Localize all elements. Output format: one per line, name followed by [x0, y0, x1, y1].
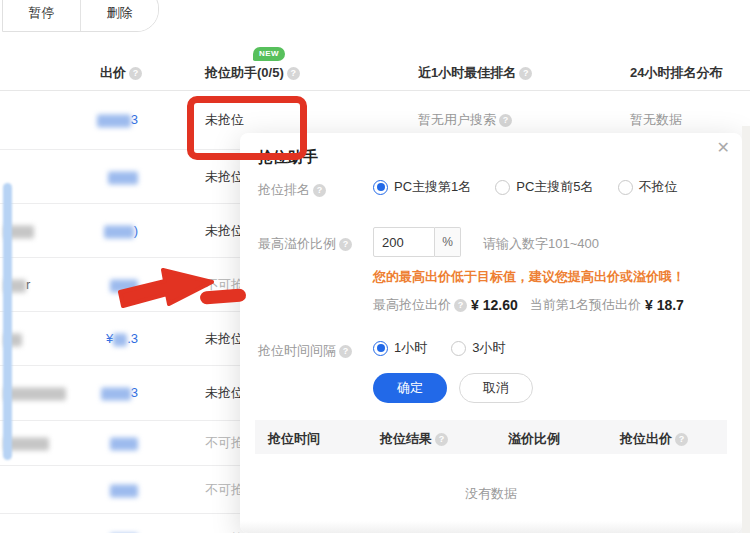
max-bid-value: ¥ 12.60 [471, 297, 518, 313]
rank-field-label-text: 抢位排名 [258, 182, 310, 197]
close-icon[interactable]: ✕ [717, 140, 730, 156]
rank-option-0[interactable]: PC主搜第1名 [373, 178, 471, 196]
bid-cell: ¥.3 [55, 331, 138, 346]
interval-field-label: 抢位时间间隔? [258, 342, 352, 360]
help-icon[interactable]: ? [339, 238, 352, 251]
redacted-bid [104, 225, 134, 238]
bid-warning-text: 您的最高出价低于目标值，建议您提高出价或溢价哦！ [373, 268, 685, 286]
help-icon[interactable]: ? [129, 67, 142, 80]
help-icon[interactable]: ? [339, 345, 352, 358]
bid-prefix: ¥ [106, 331, 113, 346]
bid-suffix: ) [134, 223, 138, 238]
toolbar: 暂停 删除 [2, 0, 159, 32]
history-column-2: 溢价比例 [508, 430, 560, 448]
grab-assistant-dialog: 抢位助手 ✕ 抢位排名? PC主搜第1名PC主搜前5名不抢位 最高溢价比例? %… [240, 133, 742, 533]
page: 暂停 删除 出价? NEW 抢位助手(0/5)? 近1小时最佳排名? 24小时排… [0, 0, 750, 533]
grab-status: 不可抢 [205, 481, 244, 499]
help-icon[interactable]: ? [454, 299, 467, 312]
help-icon[interactable]: ? [313, 184, 326, 197]
premium-input[interactable] [373, 227, 435, 257]
bid-cell [55, 482, 138, 497]
radio-icon [373, 180, 388, 195]
price-info: 最高抢位出价? ¥ 12.60 当前第1名预估出价 ¥ 18.7 [373, 296, 684, 314]
redacted-bid [113, 333, 127, 346]
bid-cell: 3 [55, 112, 138, 127]
grab-status: 未抢位 [205, 330, 244, 348]
rank-option-2[interactable]: 不抢位 [618, 178, 678, 196]
interval-option-1[interactable]: 3小时 [451, 339, 505, 357]
interval-option-0[interactable]: 1小时 [373, 339, 427, 357]
confirm-button[interactable]: 确定 [373, 373, 447, 403]
redacted-bid [101, 388, 131, 401]
bid-cell [55, 169, 138, 184]
radio-icon [495, 180, 510, 195]
column-best-rank: 近1小时最佳排名? [418, 64, 532, 82]
radio-icon [618, 180, 633, 195]
redacted-bid [97, 115, 131, 128]
help-icon[interactable]: ? [287, 67, 300, 80]
rank-option-1[interactable]: PC主搜前5名 [495, 178, 593, 196]
help-icon[interactable]: ? [435, 433, 448, 446]
rank-radio-group: PC主搜第1名PC主搜前5名不抢位 [373, 178, 678, 196]
radio-label: PC主搜前5名 [516, 178, 593, 196]
table-header: 出价? NEW 抢位助手(0/5)? 近1小时最佳排名? 24小时排名分布 [0, 40, 750, 91]
percent-addon: % [435, 227, 461, 257]
column-assistant: NEW 抢位助手(0/5)? [205, 64, 300, 82]
column-best-rank-label: 近1小时最佳排名 [418, 65, 516, 80]
current-rank-label: 当前第1名预估出价 [530, 296, 641, 314]
bid-suffix: 3 [131, 112, 138, 127]
column-bid: 出价? [100, 64, 142, 82]
history-column-label: 抢位出价 [620, 431, 672, 446]
help-icon[interactable]: ? [519, 67, 532, 80]
history-column-0: 抢位时间 [268, 430, 320, 448]
page-background-strip [742, 126, 750, 533]
radio-label: 1小时 [394, 339, 427, 357]
bid-cell: 3 [55, 385, 138, 400]
grab-status: 未抢位 [205, 384, 244, 402]
grab-status: 不可抢 [205, 434, 244, 452]
bid-cell: ) [55, 223, 138, 238]
annotation-red-box [187, 96, 307, 160]
column-assistant-label: 抢位助手(0/5) [205, 65, 284, 80]
column-rank-dist: 24小时排名分布 [630, 64, 722, 82]
best-rank-text: 暂无用户搜索 [418, 112, 496, 127]
rank-field-label: 抢位排名? [258, 181, 326, 199]
interval-field-label-text: 抢位时间间隔 [258, 343, 336, 358]
grab-status: 未抢位 [205, 168, 244, 186]
keyword-text: r [26, 277, 30, 292]
history-column-3: 抢位出价? [620, 430, 688, 448]
history-column-label: 溢价比例 [508, 431, 560, 446]
bid-cell [55, 435, 138, 450]
pause-button[interactable]: 暂停 [3, 4, 80, 31]
help-icon[interactable]: ? [675, 433, 688, 446]
redacted-bid [110, 438, 138, 451]
history-column-1: 抢位结果? [380, 430, 448, 448]
radio-label: 不抢位 [639, 178, 678, 196]
current-rank-value: ¥ 18.7 [645, 297, 684, 313]
radio-label: PC主搜第1名 [394, 178, 471, 196]
redacted-bid [108, 171, 138, 184]
premium-input-group: % [373, 227, 461, 257]
history-table-header: 抢位时间抢位结果?溢价比例抢位出价? [255, 420, 727, 454]
bid-suffix: 3 [131, 385, 138, 400]
best-rank-cell: 暂无用户搜索? [418, 111, 512, 129]
premium-field-label: 最高溢价比例? [258, 235, 352, 253]
history-column-label: 抢位时间 [268, 431, 320, 446]
empty-state-text: 没有数据 [240, 485, 742, 503]
cancel-button[interactable]: 取消 [459, 373, 533, 403]
column-bid-label: 出价 [100, 65, 126, 80]
new-badge: NEW [253, 47, 285, 61]
interval-radio-group: 1小时3小时 [373, 339, 505, 357]
bid-suffix: .3 [127, 331, 138, 346]
redacted-bid [110, 484, 138, 497]
max-bid-label: 最高抢位出价 [373, 296, 451, 314]
delete-button[interactable]: 删除 [81, 4, 158, 31]
history-column-label: 抢位结果 [380, 431, 432, 446]
radio-icon [451, 341, 466, 356]
premium-field-label-text: 最高溢价比例 [258, 236, 336, 251]
help-icon[interactable]: ? [499, 114, 512, 127]
radio-label: 3小时 [472, 339, 505, 357]
radio-icon [373, 341, 388, 356]
dialog-footer [240, 521, 742, 533]
scroll-indicator[interactable] [3, 183, 12, 460]
